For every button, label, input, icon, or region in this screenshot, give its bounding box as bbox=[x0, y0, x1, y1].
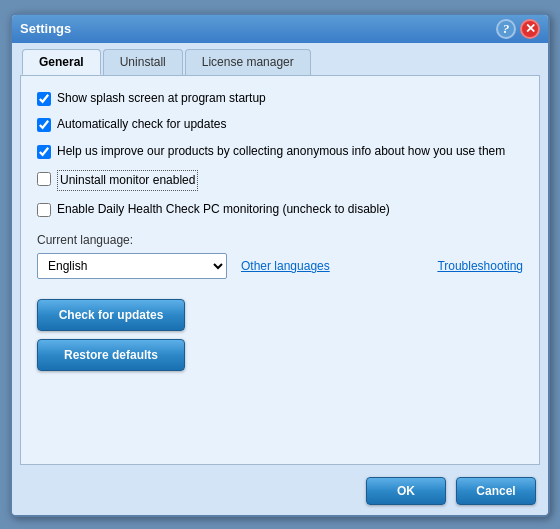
checkbox-row-0: Show splash screen at program startup bbox=[37, 90, 523, 107]
checkbox-label-1: Automatically check for updates bbox=[57, 116, 226, 133]
checkbox-auto-updates[interactable] bbox=[37, 118, 51, 132]
title-bar: Settings ? ✕ bbox=[12, 15, 548, 43]
language-select[interactable]: English Français Deutsch Español Italian… bbox=[37, 253, 227, 279]
title-bar-buttons: ? ✕ bbox=[496, 19, 540, 39]
checkbox-label-2: Help us improve our products by collecti… bbox=[57, 143, 505, 160]
tab-uninstall[interactable]: Uninstall bbox=[103, 49, 183, 75]
other-languages-link[interactable]: Other languages bbox=[241, 259, 330, 273]
bottom-bar: OK Cancel bbox=[12, 471, 548, 515]
checkbox-label-4: Enable Daily Health Check PC monitoring … bbox=[57, 201, 390, 218]
checkbox-label-0: Show splash screen at program startup bbox=[57, 90, 266, 107]
close-button[interactable]: ✕ bbox=[520, 19, 540, 39]
checkbox-row-3: Uninstall monitor enabled bbox=[37, 170, 523, 191]
tab-license-manager[interactable]: License manager bbox=[185, 49, 311, 75]
help-button[interactable]: ? bbox=[496, 19, 516, 39]
tab-general[interactable]: General bbox=[22, 49, 101, 75]
tab-bar: General Uninstall License manager bbox=[12, 43, 548, 75]
checkbox-label-3: Uninstall monitor enabled bbox=[57, 170, 198, 191]
checkbox-row-2: Help us improve our products by collecti… bbox=[37, 143, 523, 160]
window-title: Settings bbox=[20, 21, 71, 36]
checkbox-improve-products[interactable] bbox=[37, 145, 51, 159]
content-area: Show splash screen at program startup Au… bbox=[20, 75, 540, 465]
checkbox-row-1: Automatically check for updates bbox=[37, 116, 523, 133]
language-section-label: Current language: bbox=[37, 233, 523, 247]
settings-window: Settings ? ✕ General Uninstall License m… bbox=[10, 13, 550, 517]
checkbox-daily-health[interactable] bbox=[37, 203, 51, 217]
checkbox-uninstall-monitor[interactable] bbox=[37, 172, 51, 186]
troubleshooting-link[interactable]: Troubleshooting bbox=[437, 259, 523, 273]
cancel-button[interactable]: Cancel bbox=[456, 477, 536, 505]
check-updates-button[interactable]: Check for updates bbox=[37, 299, 185, 331]
ok-button[interactable]: OK bbox=[366, 477, 446, 505]
checkbox-row-4: Enable Daily Health Check PC monitoring … bbox=[37, 201, 523, 218]
action-buttons: Check for updates Restore defaults bbox=[37, 299, 523, 371]
restore-defaults-button[interactable]: Restore defaults bbox=[37, 339, 185, 371]
checkbox-splash-screen[interactable] bbox=[37, 92, 51, 106]
language-row: English Français Deutsch Español Italian… bbox=[37, 253, 523, 279]
